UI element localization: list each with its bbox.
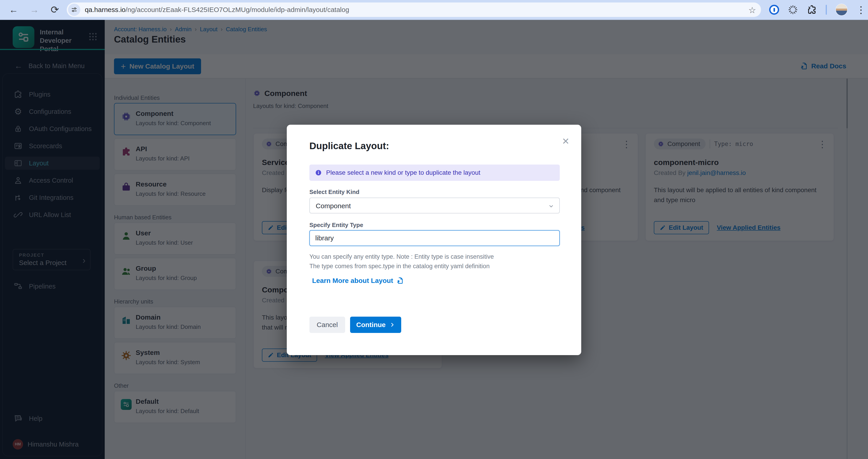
- info-banner: Please select a new kind or type to dupl…: [309, 165, 560, 181]
- docs-icon: [396, 277, 404, 285]
- learn-more-link[interactable]: Learn More about Layout: [312, 277, 404, 285]
- site-settings-icon[interactable]: [68, 4, 80, 16]
- browser-back-icon[interactable]: ←: [9, 5, 18, 14]
- entity-type-input[interactable]: [309, 230, 560, 246]
- chevron-down-icon: [548, 203, 554, 209]
- address-bar[interactable]: qa.harness.io/ng/account/zEaak-FLS425IEO…: [67, 2, 761, 17]
- info-banner-text: Please select a new kind or type to dupl…: [326, 169, 480, 176]
- toolbar-divider: [826, 5, 827, 15]
- app-area: Internal Developer Portal ← Back to Main…: [0, 20, 868, 459]
- cancel-button[interactable]: Cancel: [309, 317, 345, 333]
- url-path: /ng/account/zEaak-FLS425IEO7OLzMUg/modul…: [126, 6, 349, 13]
- continue-label: Continue: [356, 321, 385, 328]
- helper-text-1: You can specify any entity type. Note : …: [309, 253, 494, 260]
- browser-menu-icon[interactable]: ⋮: [856, 4, 866, 16]
- chevron-right-icon: [389, 322, 395, 328]
- modal-title: Duplicate Layout:: [309, 141, 389, 151]
- browser-profile-avatar[interactable]: [835, 4, 848, 16]
- continue-button[interactable]: Continue: [350, 317, 401, 333]
- browser-forward-icon[interactable]: →: [30, 5, 39, 14]
- helper-text-2: The type comes from spec.type in the cat…: [309, 263, 490, 270]
- url-text: qa.harness.io/ng/account/zEaak-FLS425IEO…: [85, 6, 349, 13]
- screen: ← → ⟳ qa.harness.io/ng/account/zEaak-FLS…: [0, 0, 868, 459]
- entity-kind-value: Component: [316, 202, 351, 210]
- browser-extensions-area: ⋮: [769, 4, 868, 16]
- info-icon: [315, 169, 322, 176]
- entity-kind-label: Select Entity Kind: [309, 189, 360, 196]
- bookmark-star-icon[interactable]: ☆: [748, 5, 756, 15]
- starburst-extension-icon[interactable]: [788, 4, 798, 15]
- password-manager-extension-icon[interactable]: [769, 5, 779, 15]
- url-domain: qa.harness.io: [85, 6, 126, 13]
- extensions-puzzle-icon[interactable]: [807, 4, 817, 15]
- duplicate-layout-modal: Duplicate Layout: ✕ Please select a new …: [287, 125, 581, 355]
- entity-kind-select[interactable]: Component: [309, 198, 560, 213]
- tune-icon: [70, 6, 78, 13]
- browser-refresh-icon[interactable]: ⟳: [51, 5, 59, 15]
- close-icon[interactable]: ✕: [562, 136, 569, 146]
- entity-type-label: Specify Entity Type: [309, 222, 363, 229]
- browser-toolbar: ← → ⟳ qa.harness.io/ng/account/zEaak-FLS…: [0, 0, 868, 20]
- learn-more-label: Learn More about Layout: [312, 277, 393, 285]
